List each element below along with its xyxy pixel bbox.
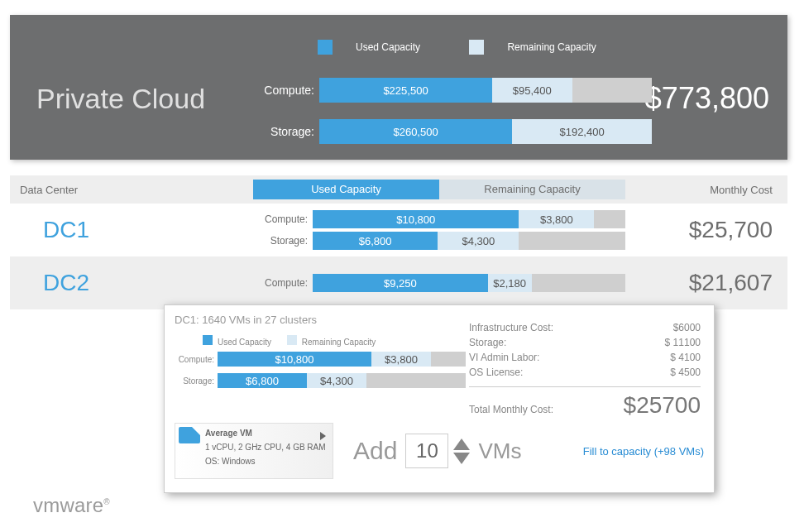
legend-remaining-label: Remaining Capacity	[302, 338, 376, 347]
detail-legend: Used Capacity Remaining Capacity	[203, 335, 376, 347]
detail-storage-row: Storage: $6,800 $4,300	[175, 373, 466, 388]
dc2-bars: Compute: $9,250 $2,180	[253, 271, 625, 295]
storage-label: Storage:	[175, 376, 214, 386]
tab-used-capacity[interactable]: Used Capacity	[253, 180, 439, 199]
storage-label: Storage:	[253, 235, 308, 247]
cost-infra-label: Infrastructure Cost:	[469, 322, 553, 337]
cost-infra-value: $6000	[673, 322, 701, 337]
vm-title: Average VM	[205, 429, 326, 438]
dc-name: DC2	[10, 270, 253, 296]
dc2-compute-bar: $9,250 $2,180	[313, 274, 625, 292]
dc1-compute-remaining-segment: $3,800	[519, 210, 594, 228]
dc-detail-panel: DC1: 1640 VMs in 27 clusters Used Capaci…	[164, 304, 715, 493]
compute-used-segment: $225,500	[319, 78, 492, 103]
cost-labor-value: $ 4100	[670, 352, 701, 367]
cost-total-label: Total Monthly Cost:	[469, 404, 553, 415]
detail-compute-remaining-segment: $3,800	[371, 352, 431, 367]
compute-row: Compute: $225,500 $95,400	[256, 78, 652, 103]
detail-cost-block: Infrastructure Cost:$6000 Storage:$ 1110…	[469, 322, 701, 407]
vm-spec: 1 vCPU, 2 GHz CPU, 4 GB RAM	[205, 443, 326, 452]
cost-os-value: $ 4500	[670, 367, 701, 381]
table-header: Data Center Used Capacity Remaining Capa…	[10, 175, 787, 204]
dc-name: DC1	[10, 217, 253, 243]
cost-storage-label: Storage:	[469, 337, 506, 352]
private-cloud-card: Private Cloud $773,800 Used Capacity Rem…	[10, 15, 787, 160]
dc1-compute-used-segment: $10,800	[313, 210, 519, 228]
dc2-compute-used-segment: $9,250	[313, 274, 488, 292]
add-label: Add	[353, 437, 397, 465]
swatch-used-icon	[203, 335, 213, 345]
storage-row: Storage: $260,500 $192,400	[256, 119, 652, 144]
compute-label: Compute:	[175, 355, 214, 364]
vm-count-input[interactable]	[405, 434, 448, 468]
detail-storage-used-segment: $6,800	[218, 373, 307, 388]
vm-icon	[179, 427, 200, 443]
dc1-storage-bar: $6,800 $4,300	[313, 232, 625, 250]
dc1-compute-bar: $10,800 $3,800	[313, 210, 625, 228]
stepper-up-icon[interactable]	[453, 439, 470, 450]
data-center-table: Data Center Used Capacity Remaining Capa…	[10, 175, 787, 309]
compute-label: Compute:	[253, 277, 308, 289]
cost-storage-value: $ 11100	[665, 337, 701, 352]
table-row[interactable]: DC1 Compute: $10,800 $3,800 Storage: $6,…	[10, 204, 787, 256]
compute-bar: $225,500 $95,400	[319, 78, 652, 103]
quantity-stepper	[453, 439, 470, 464]
detail-compute-row: Compute: $10,800 $3,800	[175, 352, 466, 367]
legend-remaining-label: Remaining Capacity	[507, 41, 596, 53]
col-monthly-cost: Monthly Cost	[625, 184, 787, 196]
detail-compute-used-segment: $10,800	[218, 352, 371, 367]
legend-used-label: Used Capacity	[356, 41, 420, 53]
swatch-remaining-icon	[469, 40, 484, 55]
detail-storage-bar: $6,800 $4,300	[218, 373, 466, 388]
tab-remaining-capacity[interactable]: Remaining Capacity	[439, 180, 625, 199]
dc2-cost: $21,607	[625, 270, 787, 296]
detail-title: DC1: 1640 VMs in 27 clusters	[175, 314, 317, 326]
swatch-used-icon	[318, 40, 333, 55]
vm-template-card[interactable]: Average VM 1 vCPU, 2 GHz CPU, 4 GB RAM O…	[175, 423, 333, 479]
dc1-cost: $25,700	[625, 217, 787, 243]
swatch-remaining-icon	[287, 335, 297, 345]
compute-label: Compute:	[256, 84, 314, 97]
total-cost: $773,800	[645, 81, 769, 116]
page-title: Private Cloud	[36, 83, 205, 115]
dc1-bars: Compute: $10,800 $3,800 Storage: $6,800 …	[253, 208, 625, 252]
chevron-right-icon	[320, 432, 326, 440]
legend-used-label: Used Capacity	[218, 338, 271, 347]
col-data-center: Data Center	[10, 184, 253, 196]
compute-label: Compute:	[253, 213, 308, 225]
vms-label: VMs	[478, 439, 521, 464]
stepper-down-icon[interactable]	[453, 453, 470, 464]
fill-to-capacity-link[interactable]: Fill to capacity (+98 VMs)	[583, 445, 704, 458]
detail-storage-remaining-segment: $4,300	[307, 373, 366, 388]
storage-bar: $260,500 $192,400	[319, 119, 652, 144]
add-vm-row: Average VM 1 vCPU, 2 GHz CPU, 4 GB RAM O…	[175, 419, 704, 482]
storage-used-segment: $260,500	[319, 119, 512, 144]
cost-labor-label: VI Admin Labor:	[469, 352, 539, 367]
cost-os-label: OS License:	[469, 367, 523, 381]
storage-remaining-segment: $192,400	[512, 119, 652, 144]
compute-remaining-segment: $95,400	[492, 78, 572, 103]
logo-text: vmware	[33, 494, 103, 516]
dc1-storage-remaining-segment: $4,300	[438, 232, 519, 250]
table-row[interactable]: DC2 Compute: $9,250 $2,180 $21,607	[10, 256, 787, 309]
cost-total-value: $25700	[624, 392, 701, 419]
vm-os: OS: Windows	[205, 457, 326, 466]
capacity-legend: Used Capacity Remaining Capacity	[318, 40, 643, 57]
vmware-logo: vmware®	[33, 494, 110, 517]
dc2-compute-remaining-segment: $2,180	[488, 274, 532, 292]
dc1-storage-used-segment: $6,800	[313, 232, 438, 250]
storage-label: Storage:	[256, 125, 314, 138]
detail-compute-bar: $10,800 $3,800	[218, 352, 466, 367]
